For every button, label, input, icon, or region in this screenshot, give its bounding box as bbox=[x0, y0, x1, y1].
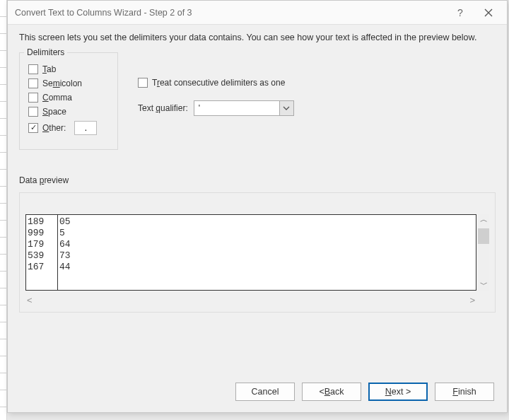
preview-cell: 999 bbox=[28, 228, 54, 239]
data-preview-grid: 189999179539167055647344 bbox=[25, 214, 476, 291]
treat-consecutive-checkbox[interactable] bbox=[138, 78, 148, 88]
preview-column: 189999179539167 bbox=[26, 215, 57, 290]
preview-cell: 5 bbox=[59, 228, 450, 239]
titlebar: Convert Text to Columns Wizard - Step 2 … bbox=[8, 1, 507, 25]
button-row: Cancel < Back Next > Finish bbox=[8, 373, 507, 412]
preview-cell: 05 bbox=[59, 216, 450, 228]
preview-vertical-scrollbar[interactable]: ︿ ﹀ bbox=[478, 214, 489, 291]
treat-consecutive-row[interactable]: Treat consecutive delimiters as one bbox=[138, 78, 294, 88]
scroll-down-arrow[interactable]: ﹀ bbox=[480, 279, 488, 291]
preview-cell: 167 bbox=[28, 262, 54, 273]
delimiter-other-checkbox[interactable] bbox=[28, 123, 38, 133]
cancel-button[interactable]: Cancel bbox=[235, 383, 295, 401]
chevron-down-icon bbox=[283, 106, 290, 110]
options-panel: Treat consecutive delimiters as one Text… bbox=[138, 52, 294, 116]
scroll-thumb[interactable] bbox=[478, 228, 489, 244]
spreadsheet-edge bbox=[0, 0, 7, 420]
delimiter-semicolon-label: Semicolon bbox=[42, 78, 82, 88]
preview-cell: 44 bbox=[59, 262, 450, 273]
delimiters-legend: Delimiters bbox=[24, 47, 67, 57]
delimiter-semicolon-row[interactable]: Semicolon bbox=[28, 78, 107, 88]
close-button[interactable] bbox=[474, 3, 503, 23]
delimiter-tab-label: Tab bbox=[42, 64, 56, 74]
preview-cell: 179 bbox=[28, 239, 54, 250]
delimiter-space-checkbox[interactable] bbox=[28, 107, 38, 117]
text-qualifier-label: Text qualifier: bbox=[138, 103, 188, 113]
scroll-left-arrow[interactable]: < bbox=[27, 295, 33, 306]
delimiter-other-label: Other: bbox=[42, 123, 66, 133]
delimiter-comma-label: Comma bbox=[42, 93, 72, 103]
treat-consecutive-label: Treat consecutive delimiters as one bbox=[152, 78, 285, 88]
delimiter-other-row[interactable]: Other: bbox=[28, 121, 107, 135]
next-button[interactable]: Next > bbox=[368, 383, 428, 401]
preview-cell: 73 bbox=[59, 250, 450, 262]
delimiter-semicolon-checkbox[interactable] bbox=[28, 78, 38, 88]
text-qualifier-row: Text qualifier: ' bbox=[138, 100, 294, 116]
finish-button[interactable]: Finish bbox=[435, 383, 494, 401]
delimiter-comma-checkbox[interactable] bbox=[28, 93, 38, 103]
text-qualifier-dropdown-button[interactable] bbox=[279, 101, 293, 115]
data-preview-section: Data preview 189999179539167055647344 ︿ … bbox=[19, 175, 496, 313]
text-qualifier-select[interactable]: ' bbox=[194, 100, 294, 116]
close-icon bbox=[484, 8, 493, 17]
delimiter-space-label: Space bbox=[42, 107, 66, 117]
instruction-text: This screen lets you set the delimiters … bbox=[19, 32, 496, 44]
delimiter-space-row[interactable]: Space bbox=[28, 107, 107, 117]
help-button[interactable]: ? bbox=[446, 3, 474, 23]
preview-cell: 189 bbox=[28, 216, 54, 228]
dialog-body: This screen lets you set the delimiters … bbox=[8, 25, 507, 373]
scroll-right-arrow[interactable]: > bbox=[469, 295, 475, 306]
preview-column: 055647344 bbox=[57, 215, 453, 290]
delimiter-tab-checkbox[interactable] bbox=[28, 64, 38, 74]
window-title: Convert Text to Columns Wizard - Step 2 … bbox=[15, 8, 446, 18]
delimiter-comma-row[interactable]: Comma bbox=[28, 93, 107, 103]
text-qualifier-value: ' bbox=[194, 103, 279, 113]
preview-horizontal-scrollbar[interactable]: < > bbox=[25, 295, 476, 306]
preview-cell: 64 bbox=[59, 239, 450, 250]
delimiters-group: Delimiters Tab Semicolon Comma Space bbox=[19, 52, 118, 150]
wizard-dialog: Convert Text to Columns Wizard - Step 2 … bbox=[7, 0, 508, 413]
scroll-up-arrow[interactable]: ︿ bbox=[478, 214, 489, 226]
preview-cell: 539 bbox=[28, 250, 54, 262]
data-preview-label: Data preview bbox=[19, 175, 496, 185]
back-button[interactable]: < Back bbox=[302, 383, 361, 401]
delimiter-tab-row[interactable]: Tab bbox=[28, 64, 107, 74]
delimiter-other-input[interactable] bbox=[74, 121, 97, 135]
data-preview-box: 189999179539167055647344 ︿ ﹀ < > bbox=[19, 192, 496, 313]
